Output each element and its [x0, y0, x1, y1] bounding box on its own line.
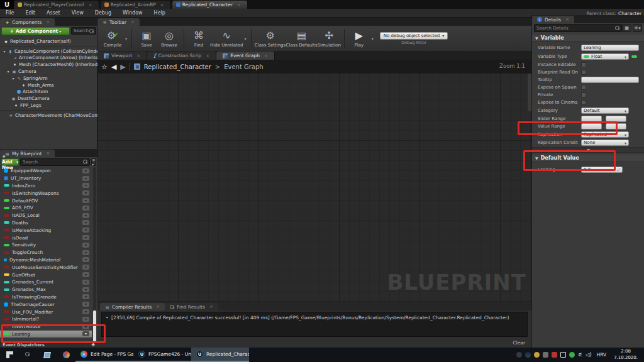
component-row-attachitem[interactable]: AttachItem — [0, 89, 97, 96]
variable-row[interactable]: ToggleCrouch▾ — [0, 249, 92, 256]
variable-row[interactable]: EquippedWeapon▾ — [0, 167, 92, 175]
eye-toggle-icon[interactable]: ▾ — [82, 183, 89, 188]
component-row-mesharms[interactable]: ♦ Mesh_Arms — [0, 82, 97, 89]
coin-app-icon[interactable] — [534, 352, 540, 358]
eye-toggle-icon[interactable]: ▾ — [82, 324, 89, 329]
toolbar-tab[interactable]: ⚒ Toolbar × — [97, 18, 140, 26]
variable-row[interactable]: InvertMouse▾ — [0, 323, 92, 331]
eye-toggle-icon[interactable]: ▾ — [82, 220, 89, 225]
variable-row[interactable]: Grenades_Max▾ — [0, 286, 92, 293]
eye-toggle-icon[interactable]: ▾ — [82, 294, 89, 299]
find-button[interactable]: ⌘ Find — [187, 26, 210, 50]
save-button[interactable]: ▣ Save — [135, 26, 158, 50]
eye-toggle-icon[interactable]: ▾ — [82, 206, 89, 211]
variable-row[interactable]: isMeleeAttacking▾ — [0, 226, 92, 234]
close-tab-icon[interactable]: × — [160, 3, 164, 8]
variable-row[interactable]: isSwitchingWeapons▾ — [0, 189, 92, 197]
close-icon[interactable]: × — [565, 17, 569, 22]
my-blueprint-search[interactable] — [20, 158, 90, 166]
section-variable[interactable]: ▼ Variable — [532, 35, 644, 42]
variable-row[interactable]: IsADS_Local▾ — [0, 212, 92, 219]
eye-toggle-icon[interactable]: ▾ — [82, 317, 89, 322]
component-self-row[interactable]: ◆ Replicated_Character(self) — [0, 38, 97, 45]
chevron-down-icon[interactable]: ▾ — [372, 36, 374, 41]
chevron-down-icon[interactable]: ▾ — [245, 36, 247, 41]
nav-back-icon[interactable]: ◀ — [111, 63, 116, 71]
debug-object-dropdown[interactable]: No debug object selected ▾ — [380, 32, 448, 40]
taskbar-app-chrome[interactable]: Edit Page - FPS Ga... — [75, 348, 133, 362]
class-settings-button[interactable]: ⚙ Class Settings — [255, 26, 286, 50]
menu-edit[interactable]: Edit — [19, 10, 41, 16]
add-dispatcher-icon[interactable]: ✚ — [91, 343, 95, 348]
component-row-arrow[interactable]: ◄ ArrowComponent (Arrow) (Inherited) — [0, 55, 97, 62]
component-row-camera[interactable]: ▾ ▣ Camera — [0, 68, 97, 75]
breadcrumb-leaf[interactable]: Event Graph — [224, 63, 264, 70]
variable-list-scrollbar[interactable] — [93, 167, 96, 362]
component-row-springarm[interactable]: ▾ ✎ SpringArm — [0, 75, 97, 82]
clock[interactable]: 2:08 7.10.2020. — [611, 349, 640, 361]
replication-dropdown[interactable]: Replicated ▾ — [581, 131, 629, 138]
close-icon[interactable]: × — [264, 53, 268, 58]
expand-field-icon[interactable]: ⤢ — [617, 167, 620, 172]
tab-find-results[interactable]: Find Results × — [165, 303, 218, 310]
blueprint-read-only-checkbox[interactable] — [581, 70, 586, 75]
steam-icon[interactable] — [525, 352, 531, 358]
private-checkbox[interactable] — [581, 92, 586, 97]
value-range-min-field[interactable] — [581, 123, 602, 129]
variable-row[interactable]: IsImmortal?▾ — [0, 315, 92, 323]
collapse-arrow-icon[interactable]: ▾ — [3, 49, 6, 53]
eye-toggle-icon[interactable]: ▾ — [82, 272, 89, 277]
replication-condition-dropdown[interactable]: None ▾ — [581, 140, 629, 146]
advanced-expander[interactable]: ▼ — [532, 147, 644, 153]
close-icon[interactable]: × — [131, 19, 135, 25]
details-tab[interactable]: i Details × — [532, 16, 574, 23]
value-range-max-field[interactable] — [606, 123, 626, 129]
eye-toggle-icon[interactable]: ▾ — [82, 250, 89, 255]
variable-row[interactable]: Sensitivity▾ — [0, 241, 92, 249]
variable-row[interactable]: ADS_FOV▾ — [0, 204, 92, 212]
eye-toggle-icon[interactable]: ▾ — [82, 198, 89, 203]
event-graph-canvas[interactable]: ☆ ◀ ▶ Replicated_Character > Event Graph… — [97, 60, 531, 302]
property-matrix-button[interactable]: ▦ — [622, 24, 631, 32]
start-button[interactable] — [0, 348, 19, 362]
hide-unrelated-button[interactable]: ∿ Hide Unrelated — [210, 26, 243, 50]
component-row-deathcamera[interactable]: ▣ DeathCamera — [0, 95, 97, 102]
chevron-down-icon[interactable]: ▾ — [125, 36, 127, 41]
asset-tab-playercontroller[interactable]: Replicated_PlayerControll × — [14, 1, 99, 9]
scrollbar-thumb[interactable] — [93, 310, 96, 342]
eye-toggle-icon[interactable]: ▾ — [82, 265, 89, 270]
close-icon[interactable]: × — [156, 304, 160, 309]
component-row-mesh[interactable]: ♦ Mesh (CharacterMesh0) (Inherited) — [0, 61, 97, 68]
simulation-button[interactable]: ✣ Simulation — [318, 26, 341, 50]
tab-event-graph[interactable]: Event Graph × — [216, 52, 275, 60]
close-icon[interactable]: × — [206, 53, 209, 58]
variable-row[interactable]: UseMouseSensitivityModifier▾ — [0, 263, 92, 271]
tab-construction-script[interactable]: f Construction Scrip × — [147, 52, 216, 60]
expose-to-cinematics-checkbox[interactable] — [581, 100, 586, 105]
play-button[interactable]: ▶ Play — [348, 26, 370, 50]
variable-name-input[interactable] — [584, 45, 636, 50]
add-new-button[interactable]: + Add New ▾ — [1, 158, 19, 166]
eye-toggle-icon[interactable]: ▾ — [82, 228, 89, 233]
display-filter-button[interactable]: 👁▾ — [633, 24, 642, 32]
component-row-capsule[interactable]: ▾ ▮ CapsuleComponent (CollisionCylinder)… — [0, 48, 97, 55]
phone-icon[interactable] — [560, 352, 566, 358]
close-icon[interactable]: × — [136, 53, 140, 58]
tab-viewport[interactable]: Viewport × — [97, 52, 147, 60]
asset-tab-animbp[interactable]: Replicated_AnimBP × — [101, 1, 171, 9]
eye-toggle-icon[interactable]: ▾ — [82, 309, 89, 314]
shield-icon[interactable] — [543, 352, 548, 358]
details-search[interactable] — [534, 24, 622, 32]
add-component-button[interactable]: + Add Component ▾ — [1, 27, 70, 35]
section-default-value[interactable]: ▼ Default Value — [532, 155, 644, 162]
collapse-arrow-icon[interactable]: ▾ — [11, 76, 15, 80]
antivirus-icon[interactable] — [552, 352, 557, 358]
breadcrumb-root[interactable]: Replicated_Character — [144, 63, 211, 70]
eye-toggle-icon[interactable]: ▾ — [82, 331, 89, 336]
variable-row[interactable]: Use_FOV_Modifier▾ — [0, 308, 92, 315]
discord-icon[interactable] — [516, 352, 522, 358]
variable-row[interactable]: DynamicMeshMaterial▾ — [0, 256, 92, 264]
collapse-arrow-icon[interactable]: ▼ — [535, 156, 538, 160]
eye-toggle-icon[interactable]: ▾ — [82, 243, 89, 248]
taskbar-app-ue-project[interactable]: U FPSGame426 - Unr... — [133, 348, 191, 362]
